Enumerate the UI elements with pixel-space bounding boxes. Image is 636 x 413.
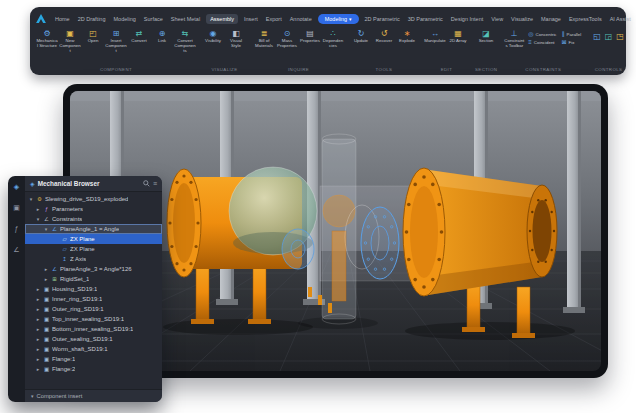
- button-label: Recover: [376, 39, 392, 44]
- ribbon: Home 2D Drafting Modeling Surface Sheet …: [30, 7, 626, 75]
- expander-icon[interactable]: ▸: [35, 296, 41, 302]
- menu-icon[interactable]: ≡: [153, 180, 157, 187]
- tree-row-flange-2[interactable]: ▸ ▣ Flange:2: [25, 364, 162, 374]
- parameters-strip-icon[interactable]: ƒ: [15, 225, 19, 233]
- tab-surface[interactable]: Surface: [142, 14, 165, 24]
- component-icon: ▣: [43, 296, 50, 302]
- tab-modeling[interactable]: Modeling: [112, 14, 138, 24]
- button-label: Parallel: [567, 32, 582, 37]
- update-button[interactable]: ↻ Update: [350, 28, 372, 44]
- tab-3d-parametric[interactable]: 3D Parametric: [406, 14, 445, 24]
- tree-row-z-axis[interactable]: ↥ Z Axis: [25, 254, 162, 264]
- parallel-button[interactable]: ∥ Parallel: [562, 31, 582, 37]
- tree-row-planeangle-1[interactable]: ▾ ∠ PlaneAngle_1 = Angle: [25, 224, 162, 234]
- tab-annotate[interactable]: Annotate: [288, 14, 314, 24]
- tree-row-parameters[interactable]: ▸ ƒ Parameters: [25, 204, 162, 214]
- bill-of-materials-button[interactable]: ≣ Bill of Materials: [253, 28, 275, 49]
- convert-components-button[interactable]: ⇆ Convert Components: [174, 28, 196, 54]
- tree-row-planeangle-3[interactable]: ▸ ∠ PlaneAngle_3 = Angle*126: [25, 264, 162, 274]
- tree-row-outer-ring[interactable]: ▸ ▣ Outer_ring_SD19:1: [25, 304, 162, 314]
- expander-icon[interactable]: ▸: [35, 346, 41, 352]
- open-button[interactable]: ◰ Open: [82, 28, 104, 44]
- chevron-down-icon: ▾: [349, 16, 352, 22]
- visibility-button[interactable]: ◉ Visibility: [202, 28, 224, 44]
- constraints-strip-icon[interactable]: ∠: [13, 246, 19, 254]
- array-button[interactable]: ▦ 2D Array: [447, 28, 469, 44]
- insert-component-button[interactable]: ⊞ Insert Component: [105, 28, 127, 54]
- section-button[interactable]: ◪ Section: [475, 28, 497, 44]
- components-strip-icon[interactable]: ▣: [13, 204, 20, 212]
- tree-row-housing[interactable]: ▸ ▣ Housing_SD19:1: [25, 284, 162, 294]
- dependencies-button[interactable]: ∴ Dependencies: [322, 28, 344, 49]
- tree-label: Flange:1: [52, 356, 75, 362]
- constraints-toolbar-button[interactable]: ⊥ Constraints Toolbar: [503, 28, 525, 49]
- tab-assembly[interactable]: Assembly: [206, 14, 238, 24]
- component-insert-section[interactable]: ▾ Component insert: [25, 389, 162, 402]
- expander-icon[interactable]: ▾: [28, 196, 34, 202]
- link-button[interactable]: ⊕ Link: [151, 28, 173, 44]
- tree-row-rigidset[interactable]: ▸ ⊞ RigidSet_1: [25, 274, 162, 284]
- mechanical-browser-header: ◈ Mechanical Browser ≡: [25, 176, 162, 192]
- controls-button-3[interactable]: ◳: [616, 32, 624, 41]
- expander-icon[interactable]: ▸: [35, 206, 41, 212]
- new-component-icon: ▣: [66, 29, 74, 38]
- expander-icon[interactable]: ▸: [35, 306, 41, 312]
- group-label-edit: EDIT: [424, 65, 469, 72]
- explode-button[interactable]: ∗ Explode: [396, 28, 418, 44]
- visual-style-button[interactable]: ◧ Visual Style: [225, 28, 247, 49]
- tab-ai-assist[interactable]: AI Assist: [608, 14, 633, 24]
- tab-view[interactable]: View: [489, 14, 505, 24]
- tree-row-worm-shaft[interactable]: ▸ ▣ Worm_shaft_SD19:1: [25, 344, 162, 354]
- expander-icon[interactable]: ▸: [43, 266, 49, 272]
- tree-row-root[interactable]: ▾ ⚙ Slewing_drive_SD19_exploded: [25, 194, 162, 204]
- expander-icon[interactable]: ▸: [35, 326, 41, 332]
- tab-sheet-metal[interactable]: Sheet Metal: [169, 14, 202, 24]
- fix-button[interactable]: ⊠ Fix: [562, 39, 582, 45]
- tree-row-top-inner-sealing[interactable]: ▸ ▣ Top_inner_sealing_SD19:1: [25, 314, 162, 324]
- expander-icon[interactable]: ▾: [43, 226, 49, 232]
- workspace-switcher[interactable]: Modeling ▾: [318, 14, 359, 24]
- group-label-tools: TOOLS: [350, 65, 418, 72]
- search-icon[interactable]: [143, 180, 150, 187]
- recover-button[interactable]: ↺ Recover: [373, 28, 395, 44]
- tree-row-bottom-inner-sealing[interactable]: ▸ ▣ Bottom_inner_sealing_SD19:1: [25, 324, 162, 334]
- tree-row-zx-plane-1[interactable]: ▱ ZX Plane: [25, 234, 162, 244]
- expander-icon[interactable]: ▸: [35, 336, 41, 342]
- tree-row-flange-1[interactable]: ▸ ▣ Flange:1: [25, 354, 162, 364]
- expander-icon[interactable]: ▸: [35, 316, 41, 322]
- new-component-button[interactable]: ▣ New Component: [59, 28, 81, 54]
- manipulate-button[interactable]: ↔ Manipulate: [424, 28, 446, 44]
- tab-manage[interactable]: Manage: [539, 14, 563, 24]
- tab-visualize[interactable]: Visualize: [509, 14, 535, 24]
- expander-icon[interactable]: ▸: [35, 356, 41, 362]
- concentric-button[interactable]: ◎ Concentric: [528, 31, 556, 37]
- tab-design-intent[interactable]: Design Intent: [449, 14, 485, 24]
- convert-button[interactable]: ⇄ Convert: [128, 28, 150, 44]
- controls-button-2[interactable]: ◲: [605, 32, 613, 41]
- properties-button[interactable]: ▤ Properties: [299, 28, 321, 44]
- expander-icon[interactable]: ▸: [35, 286, 41, 292]
- tab-2d-parametric[interactable]: 2D Parametric: [363, 14, 402, 24]
- bricscad-logo: [36, 14, 46, 23]
- tree-row-outer-sealing[interactable]: ▸ ▣ Outer_sealing_SD19:1: [25, 334, 162, 344]
- component-icon: ▣: [43, 356, 50, 362]
- mass-properties-button[interactable]: ⊙ Mass Properties: [276, 28, 298, 49]
- controls-button-1[interactable]: ◱: [593, 32, 601, 41]
- tab-expresstools[interactable]: ExpressTools: [567, 14, 604, 24]
- tree-row-zx-plane-2[interactable]: ▱ ZX Plane: [25, 244, 162, 254]
- mechanical-structure-icon: ⚙: [43, 29, 50, 38]
- expander-icon[interactable]: ▸: [43, 276, 49, 282]
- tab-export[interactable]: Export: [264, 14, 284, 24]
- coincident-button[interactable]: ≡ Coincident: [528, 39, 556, 45]
- mechanical-structure-button[interactable]: ⚙ Mechanical Structure: [36, 28, 58, 49]
- mechanical-browser-strip-icon[interactable]: ◈: [14, 183, 19, 191]
- tree-row-constraints[interactable]: ▾ ∠ Constraints: [25, 214, 162, 224]
- tree-row-inner-ring[interactable]: ▸ ▣ Inner_ring_SD19:1: [25, 294, 162, 304]
- tab-insert[interactable]: Insert: [242, 14, 260, 24]
- workspace-label: Modeling: [325, 16, 347, 22]
- expander-icon[interactable]: ▸: [35, 366, 41, 372]
- tab-2d-drafting[interactable]: 2D Drafting: [76, 14, 108, 24]
- tab-home[interactable]: Home: [53, 14, 72, 24]
- expander-icon[interactable]: ▾: [35, 216, 41, 222]
- group-label-controls: CONTROLS: [589, 65, 628, 72]
